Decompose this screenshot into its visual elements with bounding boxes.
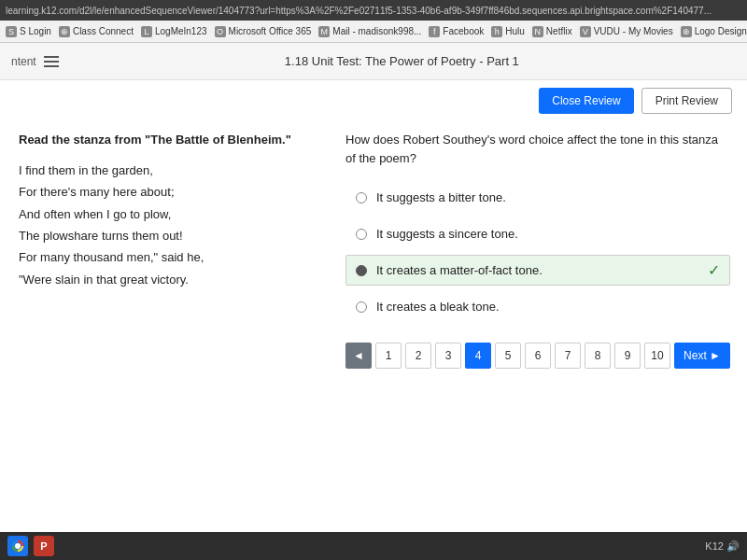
page-button-9[interactable]: 9 [614,343,641,369]
taskbar-system-area: K12 🔊 [705,540,740,553]
bookmark-class-connect[interactable]: ⊕ Class Connect [59,26,134,37]
right-panel: How does Robert Southey's word choice af… [345,131,730,551]
bookmark-s-login[interactable]: S S Login [6,26,51,37]
checkmark-icon: ✓ [708,261,720,279]
class-connect-icon: ⊕ [59,26,70,37]
logmein-icon: L [141,26,152,37]
bookmark-office[interactable]: O Microsoft Office 365 [215,26,312,37]
powerpoint-icon[interactable]: P [34,536,54,556]
hamburger-menu[interactable] [44,56,59,67]
pagination: ◄ 1 2 3 4 5 6 7 8 9 10 Next ► [345,331,730,380]
office-icon: O [215,26,226,37]
page-button-2[interactable]: 2 [405,343,431,369]
page-button-5[interactable]: 5 [495,343,521,369]
poem-line-4: The plowshare turns them out! [19,225,317,246]
taskbar: P K12 🔊 [0,532,747,560]
bookmark-label: Facebook [443,26,484,36]
bookmark-bar: S S Login ⊕ Class Connect L LogMeIn123 O… [0,21,747,43]
svg-point-0 [15,543,21,549]
poem-line-2: For there's many here about; [19,181,317,203]
bookmark-facebook[interactable]: f Facebook [429,26,484,37]
netflix-icon: N [532,26,543,37]
radio-3 [356,265,367,276]
system-text: K12 🔊 [705,540,740,553]
answer-option-4[interactable]: It creates a bleak tone. [345,291,730,322]
radio-2 [356,229,367,240]
left-panel: Read the stanza from "The Battle of Blen… [19,131,317,551]
nav-context-label: ntent [11,55,36,68]
answer-text-4: It creates a bleak tone. [376,300,500,314]
radio-4 [356,301,367,313]
logo-design-icon: ⊗ [681,26,692,37]
page-button-3[interactable]: 3 [435,343,461,369]
vudu-icon: V [580,26,591,37]
answer-text-3: It creates a matter-of-fact tone. [376,263,543,277]
poem-line-6: "Were slain in that great victory. [19,269,317,290]
url-text: learning.k12.com/d2l/le/enhancedSequence… [6,6,712,16]
hulu-icon: h [491,26,502,37]
page-title: 1.18 Unit Test: The Power of Poetry - Pa… [68,54,736,68]
answer-option-2[interactable]: It suggests a sincere tone. [345,218,730,249]
bookmark-label: Hulu [505,26,525,36]
bookmark-label: Class Connect [73,26,134,36]
chrome-icon[interactable] [7,536,28,556]
bookmark-label: S Login [20,26,51,36]
radio-1 [356,192,367,203]
page-button-10[interactable]: 10 [644,343,670,369]
bookmark-label: VUDU - My Movies [594,26,673,36]
bookmark-vudu[interactable]: V VUDU - My Movies [580,26,673,37]
page-button-6[interactable]: 6 [525,343,551,369]
answer-option-3[interactable]: It creates a matter-of-fact tone. ✓ [345,255,730,286]
browser-address-bar: learning.k12.com/d2l/le/enhancedSequence… [0,0,747,21]
top-nav: ntent 1.18 Unit Test: The Power of Poetr… [0,43,747,80]
bookmark-mail[interactable]: M Mail - madisonk998... [318,26,421,37]
question-text: How does Robert Southey's word choice af… [345,131,730,167]
s-login-icon: S [6,26,17,37]
bookmark-hulu[interactable]: h Hulu [491,26,525,37]
answer-text-2: It suggests a sincere tone. [376,227,518,241]
prev-page-button[interactable]: ◄ [345,343,372,369]
toolbar: Close Review Print Review [0,80,747,121]
bookmark-label: Netflix [546,26,572,36]
print-review-button[interactable]: Print Review [641,88,732,114]
poem-line-5: For many thousand men," said he, [19,246,317,268]
facebook-icon: f [429,26,440,37]
poem-line-1: I find them in the garden, [19,160,317,181]
nav-left: ntent [11,55,59,68]
poem-stanza: I find them in the garden, For there's m… [19,160,317,290]
bookmark-label: Mail - madisonk998... [332,26,421,36]
bookmark-label: Microsoft Office 365 [229,26,312,36]
page-button-1[interactable]: 1 [375,343,402,369]
page-button-4[interactable]: 4 [465,343,491,369]
bookmark-logmein[interactable]: L LogMeIn123 [141,26,207,37]
bookmark-label: LogMeIn123 [155,26,207,36]
page-button-7[interactable]: 7 [555,343,581,369]
stanza-prompt: Read the stanza from "The Battle of Blen… [19,131,317,150]
answer-option-1[interactable]: It suggests a bitter tone. [345,182,730,213]
mail-icon: M [318,26,330,37]
page-button-8[interactable]: 8 [585,343,611,369]
app-container: ntent 1.18 Unit Test: The Power of Poetr… [0,43,747,560]
main-content: Read the stanza from "The Battle of Blen… [0,121,747,560]
poem-line-3: And often when I go to plow, [19,203,317,225]
close-review-button[interactable]: Close Review [539,88,633,114]
bookmark-netflix[interactable]: N Netflix [532,26,572,37]
bookmark-label: Logo Design Tool, F... [695,26,747,36]
answer-text-1: It suggests a bitter tone. [376,190,506,204]
next-page-button[interactable]: Next ► [674,343,730,369]
bookmark-logo-design[interactable]: ⊗ Logo Design Tool, F... [681,26,747,37]
